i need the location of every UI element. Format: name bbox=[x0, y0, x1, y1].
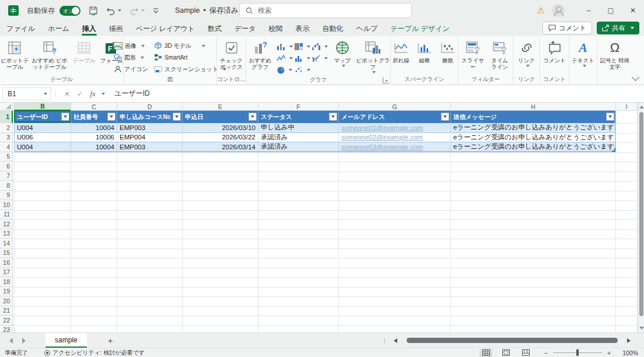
sparkline-winloss-button[interactable]: 勝敗 bbox=[438, 39, 458, 64]
row-header-5[interactable]: 5 bbox=[0, 152, 13, 162]
sheet-nav-right-icon[interactable] bbox=[22, 338, 26, 344]
row-header-17[interactable]: 17 bbox=[0, 268, 13, 278]
scroll-up-icon[interactable] bbox=[639, 106, 644, 108]
screenshot-button[interactable]: スクリーンショット bbox=[154, 64, 226, 74]
tab-ファイル[interactable]: ファイル bbox=[0, 21, 41, 36]
add-sheet-button[interactable]: + bbox=[108, 335, 113, 345]
accessibility-status[interactable]: アクセシビリティ: 検討が必要です bbox=[44, 349, 145, 357]
cell-D2[interactable]: EMP003 bbox=[117, 123, 183, 133]
autosave-toggle[interactable]: オン bbox=[60, 6, 80, 16]
tab-自動化[interactable]: 自動化 bbox=[316, 21, 350, 36]
insert-waterfall-chart-button[interactable] bbox=[312, 41, 329, 52]
minimize-button[interactable]: – bbox=[578, 0, 600, 21]
cell-C3[interactable]: 10006 bbox=[71, 133, 117, 143]
cancel-entry-button[interactable]: ✕ bbox=[61, 90, 74, 98]
filter-button-F[interactable] bbox=[329, 113, 337, 121]
cell-G3[interactable]: someone02@example.com bbox=[339, 133, 451, 143]
cell-B3[interactable]: U006 bbox=[15, 133, 71, 143]
row-header-23[interactable]: 23 bbox=[0, 326, 13, 333]
document-title[interactable]: Sample • 保存済み bbox=[175, 6, 247, 16]
maps-button[interactable]: マップ bbox=[331, 39, 354, 67]
tab-ホーム[interactable]: ホーム bbox=[41, 21, 76, 36]
search-box[interactable] bbox=[239, 3, 412, 18]
search-input[interactable] bbox=[258, 6, 398, 15]
column-header-D[interactable]: D bbox=[117, 103, 183, 111]
cell-C4[interactable]: 10004 bbox=[71, 142, 117, 152]
cell-H2[interactable]: eラーニング受講のお申し込みありがとうございます。1 bbox=[451, 123, 616, 133]
column-header-H[interactable]: H bbox=[451, 103, 616, 111]
column-header-I[interactable]: I bbox=[616, 103, 638, 111]
zoom-slider-thumb[interactable] bbox=[576, 349, 579, 356]
row-header-4[interactable]: 4 bbox=[0, 142, 13, 152]
recommended-pivottables-button[interactable]: ? おすすめ ピボットテーブル bbox=[30, 39, 68, 70]
icons-button[interactable]: アイコン bbox=[114, 64, 148, 74]
comments-button[interactable]: コメント bbox=[542, 22, 592, 34]
symbols-button[interactable]: Ω 記号と 特殊文字 bbox=[598, 39, 631, 70]
recommended-charts-button[interactable]: ? おすすめ グラフ bbox=[246, 39, 274, 70]
spreadsheet-grid[interactable]: BCDEFGHI12345678910111213141516171819202… bbox=[0, 103, 638, 332]
undo-button[interactable] bbox=[106, 6, 121, 15]
column-header-C[interactable]: C bbox=[71, 103, 117, 111]
tab-校閲[interactable]: 校閲 bbox=[262, 21, 289, 36]
hscroll-right-icon[interactable] bbox=[627, 338, 631, 343]
pictures-button[interactable]: 画像 bbox=[114, 41, 148, 51]
row-header-7[interactable]: 7 bbox=[0, 172, 13, 181]
row-header-1[interactable]: 1 bbox=[0, 111, 13, 123]
tab-表示[interactable]: 表示 bbox=[289, 21, 316, 36]
column-header-E[interactable]: E bbox=[183, 103, 258, 111]
cell-E4[interactable]: 2026/03/14 bbox=[183, 142, 258, 152]
cell-D4[interactable]: EMP003 bbox=[117, 142, 183, 152]
formula-bar-expand-icon[interactable] bbox=[102, 93, 105, 95]
customize-qat-button[interactable] bbox=[153, 8, 159, 13]
table-resize-handle[interactable] bbox=[612, 148, 615, 152]
tab-ヘルプ[interactable]: ヘルプ bbox=[350, 21, 384, 36]
normal-view-button[interactable] bbox=[480, 349, 492, 357]
table-header-F[interactable]: ステータス bbox=[258, 111, 339, 123]
row-header-21[interactable]: 21 bbox=[0, 306, 13, 316]
row-header-22[interactable]: 22 bbox=[0, 316, 13, 326]
cell-D3[interactable]: EMP004 bbox=[117, 133, 183, 143]
save-button[interactable] bbox=[89, 6, 98, 15]
cell-E2[interactable]: 2026/03/10 bbox=[183, 123, 258, 133]
zoom-level[interactable]: 100% bbox=[614, 349, 638, 356]
zoom-slider[interactable] bbox=[553, 352, 602, 353]
formula-content[interactable]: ユーザーID bbox=[114, 89, 150, 99]
row-header-9[interactable]: 9 bbox=[0, 191, 13, 201]
row-header-18[interactable]: 18 bbox=[0, 277, 13, 287]
row-header-6[interactable]: 6 bbox=[0, 162, 13, 172]
horizontal-scroll-thumb[interactable] bbox=[407, 338, 618, 343]
3d-models-button[interactable]: 3D モデル bbox=[154, 41, 226, 51]
page-layout-view-button[interactable] bbox=[499, 349, 512, 357]
cell-C2[interactable]: 10004 bbox=[71, 123, 117, 133]
vertical-scroll-thumb[interactable] bbox=[639, 112, 643, 316]
row-header-10[interactable]: 10 bbox=[0, 200, 13, 210]
cell-F4[interactable]: 承認済み bbox=[258, 142, 339, 152]
tab-データ[interactable]: データ bbox=[228, 21, 262, 36]
filter-button-D[interactable] bbox=[173, 113, 181, 121]
row-header-19[interactable]: 19 bbox=[0, 287, 13, 297]
insert-scatter-chart-button[interactable] bbox=[294, 64, 312, 76]
sheet-tab-sample[interactable]: sample bbox=[46, 333, 87, 348]
row-header-2[interactable]: 2 bbox=[0, 123, 13, 133]
table-button[interactable]: テーブル bbox=[69, 39, 99, 64]
warning-icon[interactable]: ⚠ bbox=[537, 5, 545, 16]
row-header-13[interactable]: 13 bbox=[0, 229, 13, 239]
account-avatar[interactable] bbox=[552, 4, 565, 17]
tab-ページ レイアウト[interactable]: ページ レイアウト bbox=[130, 21, 201, 36]
sparkline-line-button[interactable]: 折れ線 bbox=[391, 39, 411, 64]
smartart-button[interactable]: SmartArt bbox=[154, 52, 226, 62]
close-button[interactable]: ✕ bbox=[622, 0, 644, 21]
hscroll-left-icon[interactable] bbox=[394, 338, 397, 343]
row-header-12[interactable]: 12 bbox=[0, 219, 13, 229]
insert-function-button[interactable]: fx bbox=[86, 89, 99, 99]
zoom-out-button[interactable]: − bbox=[541, 349, 551, 356]
insert-pie-chart-button[interactable] bbox=[276, 64, 294, 76]
row-header-15[interactable]: 15 bbox=[0, 249, 13, 258]
insert-statistic-chart-button[interactable] bbox=[294, 52, 312, 64]
pivotchart-button[interactable]: ピボットグラフ bbox=[356, 39, 390, 74]
redo-button[interactable] bbox=[130, 6, 145, 15]
maximize-button[interactable]: ▢ bbox=[600, 0, 622, 21]
collapse-ribbon-chevron-icon[interactable] bbox=[632, 74, 639, 81]
table-header-H[interactable]: 送信メッセージ bbox=[451, 111, 616, 123]
tab-scroll-splitter[interactable]: ⁞ bbox=[383, 338, 385, 343]
